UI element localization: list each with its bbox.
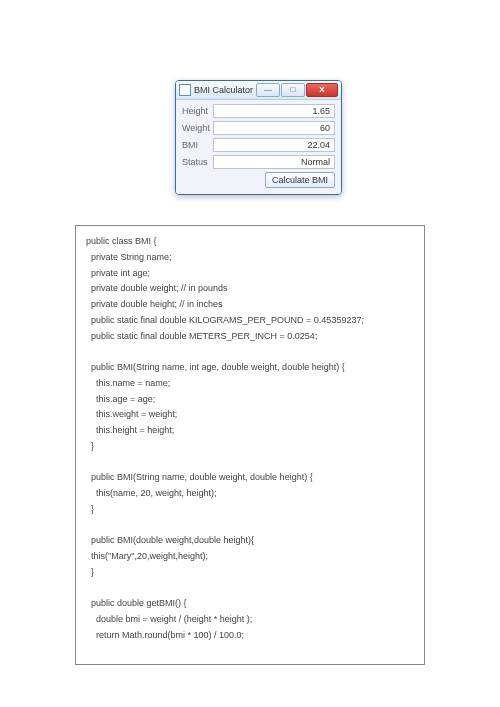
app-icon <box>179 84 191 96</box>
titlebar[interactable]: BMI Calculator — □ X <box>176 81 341 100</box>
bmi-calculator-window: BMI Calculator — □ X Height Weight BMI S… <box>175 80 342 195</box>
window-body: Height Weight BMI Status Calculate BMI <box>176 100 341 194</box>
height-field[interactable] <box>213 104 335 118</box>
weight-label: Weight <box>182 123 213 133</box>
weight-field[interactable] <box>213 121 335 135</box>
height-label: Height <box>182 106 213 116</box>
bmi-label: BMI <box>182 140 213 150</box>
code-listing-box: public class BMI { private String name; … <box>75 225 425 665</box>
row-status: Status <box>182 155 335 169</box>
row-height: Height <box>182 104 335 118</box>
calculate-button[interactable]: Calculate BMI <box>265 172 335 188</box>
minimize-button[interactable]: — <box>256 83 280 97</box>
row-weight: Weight <box>182 121 335 135</box>
bmi-field[interactable] <box>213 138 335 152</box>
window-title: BMI Calculator <box>194 85 253 95</box>
button-row: Calculate BMI <box>182 172 335 188</box>
row-bmi: BMI <box>182 138 335 152</box>
maximize-button[interactable]: □ <box>281 83 305 97</box>
close-button[interactable]: X <box>306 83 338 97</box>
status-field[interactable] <box>213 155 335 169</box>
status-label: Status <box>182 157 213 167</box>
code-listing: public class BMI { private String name; … <box>86 234 414 644</box>
